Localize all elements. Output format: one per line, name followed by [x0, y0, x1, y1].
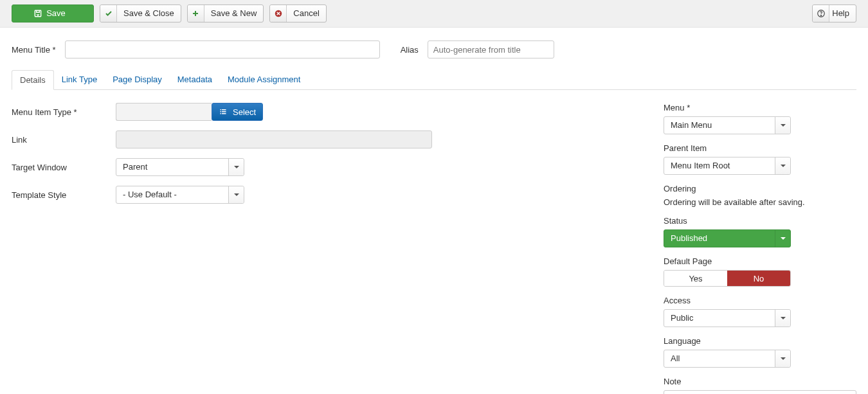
save-close-button[interactable]: Save & Close: [100, 4, 181, 22]
status-value: Published: [664, 230, 775, 247]
save-new-button[interactable]: Save & New: [187, 4, 264, 22]
chevron-down-icon: [775, 350, 790, 367]
help-label: Help: [829, 5, 856, 22]
details-left-column: Menu Item Type * Select Link Target Wind…: [12, 103, 432, 394]
save-button[interactable]: Save: [12, 4, 94, 22]
svg-rect-7: [222, 111, 226, 112]
svg-point-3: [820, 15, 821, 15]
save-icon: [33, 9, 42, 18]
chevron-down-icon: [775, 310, 790, 327]
help-button[interactable]: Help: [812, 4, 856, 22]
note-label: Note: [664, 377, 856, 386]
menu-item-type-value: [116, 103, 212, 121]
parent-item-select[interactable]: Menu Item Root: [664, 157, 791, 175]
cancel-button[interactable]: Cancel: [269, 4, 326, 22]
default-page-no[interactable]: No: [727, 271, 790, 286]
access-select[interactable]: Public: [664, 309, 791, 327]
save-label: Save: [42, 5, 72, 22]
template-style-value: - Use Default -: [116, 186, 228, 203]
ordering-label: Ordering: [664, 184, 856, 193]
chevron-down-icon: [775, 230, 790, 247]
details-right-column: Menu * Main Menu Parent Item Menu Item R…: [664, 103, 856, 394]
chevron-down-icon: [228, 159, 244, 175]
template-style-label: Template Style: [12, 190, 116, 200]
language-select[interactable]: All: [664, 350, 791, 368]
toolbar: Save Save & Close Save & New Cancel: [0, 0, 868, 28]
svg-rect-5: [222, 109, 226, 111]
tab-module-assignment[interactable]: Module Assignment: [220, 70, 308, 90]
help-icon: [813, 5, 829, 22]
alias-label: Alias: [401, 45, 419, 55]
save-close-label: Save & Close: [117, 5, 181, 22]
menu-label: Menu *: [664, 103, 856, 112]
chevron-down-icon: [775, 117, 790, 134]
ordering-note: Ordering will be available after saving.: [664, 197, 856, 207]
check-icon: [100, 5, 117, 22]
tab-metadata[interactable]: Metadata: [170, 70, 220, 90]
default-page-toggle[interactable]: Yes No: [664, 270, 791, 287]
target-window-label: Target Window: [12, 163, 116, 172]
access-value: Public: [664, 310, 775, 327]
parent-item-label: Parent Item: [664, 143, 856, 153]
cancel-label: Cancel: [287, 5, 325, 22]
title-row: Menu Title * Alias: [0, 28, 868, 66]
target-window-value: Parent: [116, 159, 228, 175]
select-button-label: Select: [233, 107, 256, 117]
alias-input[interactable]: [428, 40, 554, 58]
link-value: [116, 130, 432, 148]
cancel-icon: [270, 5, 287, 22]
parent-item-value: Menu Item Root: [664, 157, 775, 174]
language-label: Language: [664, 336, 856, 346]
menu-item-type-select-button[interactable]: Select: [212, 103, 263, 121]
status-select[interactable]: Published: [664, 229, 791, 247]
tabs: Details Link Type Page Display Metadata …: [12, 70, 856, 90]
chevron-down-icon: [228, 186, 244, 203]
target-window-select[interactable]: Parent: [116, 158, 244, 176]
tab-link-type[interactable]: Link Type: [54, 70, 105, 90]
menu-select[interactable]: Main Menu: [664, 116, 791, 134]
save-new-label: Save & New: [204, 5, 264, 22]
note-input[interactable]: [664, 390, 856, 394]
default-page-yes[interactable]: Yes: [664, 271, 727, 286]
chevron-down-icon: [775, 157, 790, 174]
tab-details[interactable]: Details: [12, 70, 54, 90]
tab-page-display[interactable]: Page Display: [105, 70, 170, 90]
link-label: Link: [12, 135, 116, 145]
svg-rect-8: [221, 113, 222, 114]
template-style-select[interactable]: - Use Default -: [116, 186, 244, 204]
svg-rect-4: [221, 109, 222, 111]
plus-icon: [188, 5, 204, 22]
menu-value: Main Menu: [664, 117, 775, 134]
access-label: Access: [664, 296, 856, 305]
language-value: All: [664, 350, 775, 367]
menu-title-label: Menu Title *: [12, 45, 56, 55]
menu-item-type-label: Menu Item Type *: [12, 107, 116, 117]
default-page-label: Default Page: [664, 256, 856, 266]
svg-rect-6: [221, 111, 222, 112]
svg-rect-9: [222, 113, 226, 114]
menu-title-input[interactable]: [65, 40, 380, 58]
status-label: Status: [664, 216, 856, 226]
list-icon: [219, 108, 228, 116]
